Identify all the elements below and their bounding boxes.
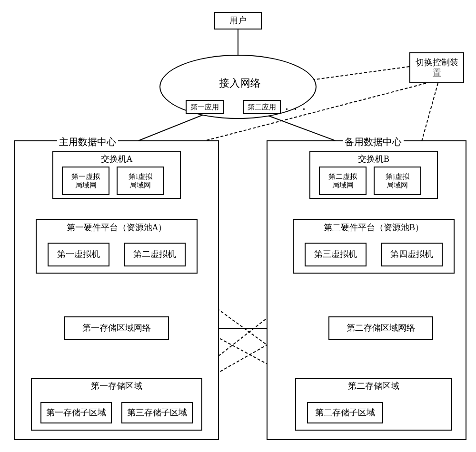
vlan2-label: 第二虚拟 局域网: [328, 172, 357, 189]
vlan-i-box: 第i虚拟 局域网: [117, 167, 164, 195]
san1-box: 第一存储区域网络: [64, 316, 169, 340]
sub2-box: 第二存储子区域: [307, 402, 383, 423]
vlan-j-box: 第j虚拟 局域网: [374, 167, 421, 195]
vm2-label: 第二虚拟机: [133, 249, 176, 260]
san2-label: 第二存储区域网络: [347, 323, 415, 334]
user-box: 用户: [214, 12, 262, 29]
app2-label: 第二应用: [248, 103, 276, 111]
san2-box: 第二存储区域网络: [328, 316, 433, 340]
sub2-label: 第二存储子区域: [315, 408, 375, 418]
backup-dc-title: 备用数据中心: [343, 136, 404, 148]
switch-b-label: 交换机B: [358, 154, 389, 165]
hw-platform-b-label: 第二硬件平台（资源池B）: [324, 223, 424, 233]
access-network-label: 接入网络: [219, 76, 261, 90]
svg-line-1: [305, 67, 409, 81]
vm3-label: 第三虚拟机: [314, 249, 357, 260]
switch-control-label: 切换控制装 置: [416, 58, 458, 78]
vm4-box: 第四虚拟机: [381, 243, 443, 266]
vlan-j-label: 第j虚拟 局域网: [386, 172, 409, 189]
app1-label: 第一应用: [190, 103, 219, 111]
vlan2-box: 第二虚拟 局域网: [319, 167, 367, 195]
primary-dc-title: 主用数据中心: [57, 136, 118, 148]
vm1-label: 第一虚拟机: [57, 249, 100, 260]
apps-ellipsis: . . .: [286, 101, 307, 112]
sub1-box: 第一存储子区域: [40, 402, 112, 423]
san1-label: 第一存储区域网络: [82, 323, 151, 334]
vm1-box: 第一虚拟机: [48, 243, 109, 266]
storage2-label: 第二存储区域: [348, 381, 399, 392]
hw-platform-a-label: 第一硬件平台（资源池A）: [67, 223, 167, 233]
storage1-label: 第一存储区域: [91, 381, 142, 392]
vm2-box: 第二虚拟机: [124, 243, 186, 266]
switch-control-box: 切换控制装 置: [409, 52, 464, 83]
app2-box: 第二应用: [243, 100, 281, 114]
sub3-label: 第三存储子区域: [127, 408, 187, 418]
vm4-label: 第四虚拟机: [390, 249, 433, 260]
user-label: 用户: [229, 16, 247, 26]
vm3-box: 第三虚拟机: [305, 243, 367, 266]
vlan1-box: 第一虚拟 局域网: [62, 167, 109, 195]
sub3-box: 第三存储子区域: [121, 402, 193, 423]
vlan1-label: 第一虚拟 局域网: [71, 172, 100, 189]
sub1-label: 第一存储子区域: [46, 408, 106, 418]
switch-a-label: 交换机A: [101, 154, 133, 165]
vlan-i-label: 第i虚拟 局域网: [129, 172, 152, 189]
app1-box: 第一应用: [186, 100, 224, 114]
